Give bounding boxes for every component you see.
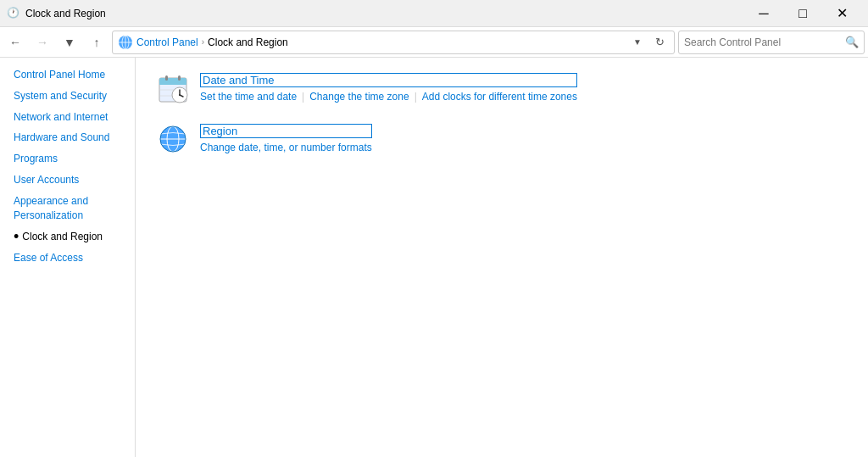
sidebar-item-hardware-sound[interactable]: Hardware and Sound [0,127,135,148]
forward-button[interactable]: → [31,31,54,54]
content-area: Date and Time Set the time and date | Ch… [136,58,868,457]
sidebar-item-system-security[interactable]: System and Security [0,86,135,107]
sidebar: Control Panel Home System and Security N… [0,58,136,457]
sidebar-item-network-internet[interactable]: Network and Internet [0,107,135,128]
window-title: Clock and Region [25,8,106,20]
main-layout: Control Panel Home System and Security N… [0,58,868,457]
svg-rect-6 [159,81,186,85]
change-timezone-link[interactable]: Change the time zone [309,91,409,103]
sidebar-item-control-panel-home[interactable]: Control Panel Home [0,64,135,86]
datetime-info: Date and Time Set the time and date | Ch… [200,71,577,103]
add-clocks-link[interactable]: Add clocks for different time zones [422,91,577,103]
maximize-button[interactable]: □ [783,0,822,27]
region-info: Region Change date, time, or number form… [200,122,372,153]
sidebar-item-ease-access[interactable]: Ease of Access [0,248,135,269]
datetime-links: Set the time and date | Change the time … [200,91,577,103]
address-dropdown-button[interactable]: ▼ [628,33,647,52]
svg-point-14 [179,94,181,96]
recent-button[interactable]: ▼ [58,31,81,54]
datetime-title[interactable]: Date and Time [200,73,577,87]
search-input[interactable] [684,36,842,48]
search-icon: 🔍 [845,36,859,48]
app-icon: 🕐 [7,7,20,20]
sidebar-item-user-accounts[interactable]: User Accounts [0,170,135,191]
sep-2: | [415,91,417,103]
close-button[interactable]: ✕ [822,0,861,27]
datetime-item: Date and Time Set the time and date | Ch… [156,71,848,105]
svg-rect-8 [178,75,181,81]
datetime-icon [156,71,190,105]
sidebar-item-programs[interactable]: Programs [0,148,135,170]
set-time-date-link[interactable]: Set the time and date [200,91,297,103]
sep-1: | [302,91,304,103]
window-controls: ─ □ ✕ [744,0,861,27]
breadcrumb-clock-region: Clock and Region [208,36,288,48]
globe-icon [118,35,133,50]
title-bar-left: 🕐 Clock and Region [7,7,106,20]
region-item: Region Change date, time, or number form… [156,122,848,156]
breadcrumb-sep-1: › [202,37,204,47]
refresh-button[interactable]: ↻ [650,33,669,52]
region-links: Change date, time, or number formats [200,142,372,153]
search-box[interactable]: 🔍 [678,31,865,54]
back-button[interactable]: ← [3,31,27,54]
address-bar[interactable]: Control Panel › Clock and Region ▼ ↻ [112,31,675,54]
sidebar-item-appearance[interactable]: Appearance and Personalization [0,191,135,226]
change-formats-link[interactable]: Change date, time, or number formats [200,142,372,153]
minimize-button[interactable]: ─ [744,0,783,27]
navigation-bar: ← → ▼ ↑ Control Panel › Clock and Region… [0,27,868,58]
up-button[interactable]: ↑ [85,31,108,54]
region-icon [156,122,190,156]
title-bar: 🕐 Clock and Region ─ □ ✕ [0,0,868,27]
svg-rect-7 [165,75,168,81]
breadcrumb: Control Panel › Clock and Region [136,36,625,48]
breadcrumb-control-panel[interactable]: Control Panel [136,36,198,48]
region-title[interactable]: Region [200,124,372,138]
sidebar-item-clock-region[interactable]: Clock and Region [0,226,135,248]
